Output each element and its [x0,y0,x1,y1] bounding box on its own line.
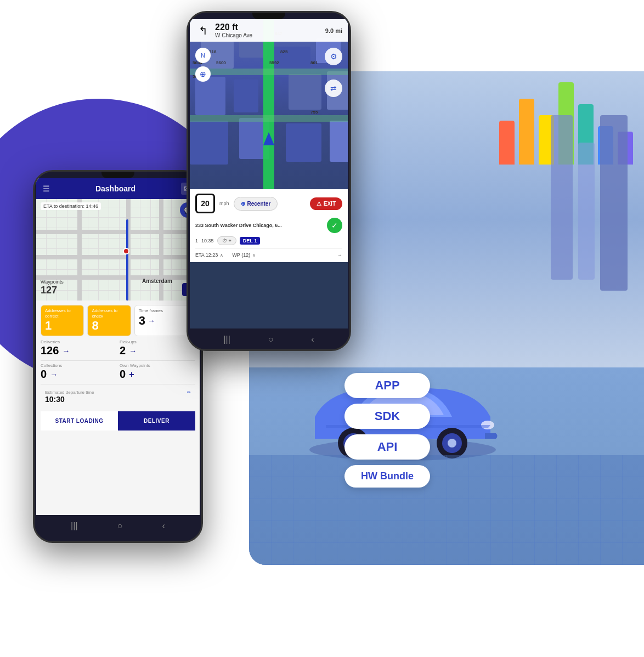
nav-locate-button[interactable]: ⊕ [195,66,211,82]
nav-eta-row: ETA 12:23 ∧ WP (12) ∧ → [195,248,342,258]
stats-row-1: Addresses to correct 1 Addresses to chec… [41,305,195,336]
nav-top-bar: ↰ 220 ft W Chicago Ave 9.0 mi [190,19,348,42]
nav-bottom-menu-icon[interactable]: ||| [223,335,230,344]
departure-section: Estimated departure time ✏ 10:30 [41,387,195,407]
exit-warning-icon: ⚠ [317,201,321,207]
addresses-correct-box: Addresses to correct 1 [41,305,84,336]
action-buttons: START LOADING DELIVER [41,411,195,431]
dashboard-screen: ☰ Dashboard ✉ ETA to destination: 14:46 … [36,178,200,515]
recenter-button[interactable]: ⊕ Recenter [234,197,278,211]
building-6 [234,80,258,112]
pickups-arrow[interactable]: → [129,347,137,355]
collections-col: Collections 0 → [41,363,116,381]
nav-total-distance: 9.0 mi [325,27,342,34]
sdk-label[interactable]: SDK [344,404,430,429]
timeframes-value: 3 [139,314,145,328]
floor-grid [249,455,644,565]
own-waypoints-value: 0 [120,368,126,381]
dashboard-stats: Addresses to correct 1 Addresses to chec… [36,301,200,435]
nav-reroute-button[interactable]: ⇄ [325,80,342,97]
start-loading-button[interactable]: START LOADING [41,411,118,431]
deliveries-label: Deliveries [41,339,116,344]
dashboard-map: ETA to destination: 14:46 💬 Amsterdam → … [36,199,200,301]
nav-map: 904 846 847 318 825 5604 5600 5592 801 5… [190,19,348,189]
delivery-badge: DEL 1 [240,237,260,245]
nav-phone-bottom-bar: ||| ○ ‹ [188,328,349,350]
nav-bottom-back-icon[interactable]: ‹ [311,335,314,344]
pickups-label: Pick-ups [120,339,195,344]
map-num-5592: 5592 [269,60,279,65]
eta-label: ETA 12:23 [195,252,218,258]
wp-chevron: ∧ [252,253,256,258]
deliveries-value: 126 [41,344,59,357]
departure-time: 10:30 [45,395,191,404]
route-highlight [126,219,128,301]
nav-next-arrow[interactable]: → [337,252,342,258]
collections-arrow[interactable]: → [50,370,58,379]
nav-screen: 904 846 847 318 825 5604 5600 5592 801 5… [190,19,348,328]
nav-cross-road-1 [190,69,348,75]
addresses-check-box: Addresses to check 8 [87,305,131,336]
map-pin-amsterdam [123,248,129,254]
building-12 [330,121,348,162]
addresses-correct-value: 1 [45,319,80,333]
phone-bottom-bar: ||| ○ ‹ [35,515,201,537]
deliver-button[interactable]: DELIVER [118,411,195,431]
nav-car-arrow [263,132,274,145]
building-7 [289,74,321,110]
time-plus: + [229,238,231,243]
dashboard-title: Dashboard [95,184,135,193]
direction-icon: ↰ [195,23,211,38]
eta-chevron: ∧ [220,253,223,258]
departure-label-row: Estimated departure time ✏ [45,390,191,395]
exit-button[interactable]: ⚠ EXIT [310,197,342,210]
nav-bottom-panel: 20 mph ⊕ Recenter ⚠ EXIT 233 South Wacke… [190,189,348,262]
pickups-col: Pick-ups 2 → [120,339,195,357]
timeframes-label: Time frames [139,308,191,314]
edit-icon[interactable]: ✏ [187,390,191,395]
time-add-button[interactable]: ⏱ + [217,236,236,245]
api-label[interactable]: API [344,434,430,460]
deliveries-arrow[interactable]: → [62,347,70,355]
menu-icon[interactable]: ☰ [43,184,50,193]
timeframes-arrow[interactable]: → [148,316,155,325]
exit-label: EXIT [324,201,336,207]
map-num-825: 825 [280,49,287,54]
hw-bundle-label[interactable]: HW Bundle [344,465,430,488]
nav-gear-button[interactable]: ⚙ [325,48,342,65]
own-waypoints-col: Own Waypoints 0 + [120,363,195,381]
nav-left-controls: N ⊕ [195,48,211,82]
addresses-correct-label: Addresses to correct [45,308,80,319]
nav-north-button[interactable]: N [195,48,211,63]
map-num-755: 755 [310,110,318,115]
map-road-v3 [159,199,163,301]
delivery-number: 1 [195,238,198,243]
phone-notch [101,172,134,178]
bottom-home-icon[interactable]: ○ [117,521,123,531]
recenter-icon: ⊕ [241,201,245,207]
dashboard-header: ☰ Dashboard ✉ [36,178,200,199]
stats-row-2: Deliveries 126 → Pick-ups 2 → [41,339,195,357]
nav-destination-row: 233 South Wacker Drive Chicago, 6... ✓ [195,218,342,233]
map-road-h2 [36,255,200,259]
phone-dashboard: ☰ Dashboard ✉ ETA to destination: 14:46 … [33,170,203,543]
own-waypoints-plus[interactable]: + [129,370,134,380]
destination-check-button[interactable]: ✓ [327,218,342,233]
map-road-h1 [36,230,200,234]
stats-divider-1 [41,360,195,361]
app-label[interactable]: APP [344,373,430,398]
nav-street: W Chicago Ave [215,32,252,38]
bottom-menu-icon[interactable]: ||| [71,521,77,531]
nav-distance: 220 ft [215,22,252,32]
nav-bottom-home-icon[interactable]: ○ [268,335,274,344]
addresses-check-value: 8 [92,319,126,333]
bottom-back-icon[interactable]: ‹ [162,521,165,531]
map-waypoints: Waypoints 127 [41,279,64,296]
svg-point-6 [448,439,456,448]
pickups-value: 2 [120,344,126,357]
nav-cross-road-2 [190,115,348,122]
nav-map-bg: 904 846 847 318 825 5604 5600 5592 801 5… [190,19,348,189]
deliveries-col: Deliveries 126 → [41,339,116,357]
destination-address: 233 South Wacker Drive Chicago, 6... [195,223,324,228]
nav-delivery-row: 1 10:35 ⏱ + DEL 1 [195,236,342,245]
